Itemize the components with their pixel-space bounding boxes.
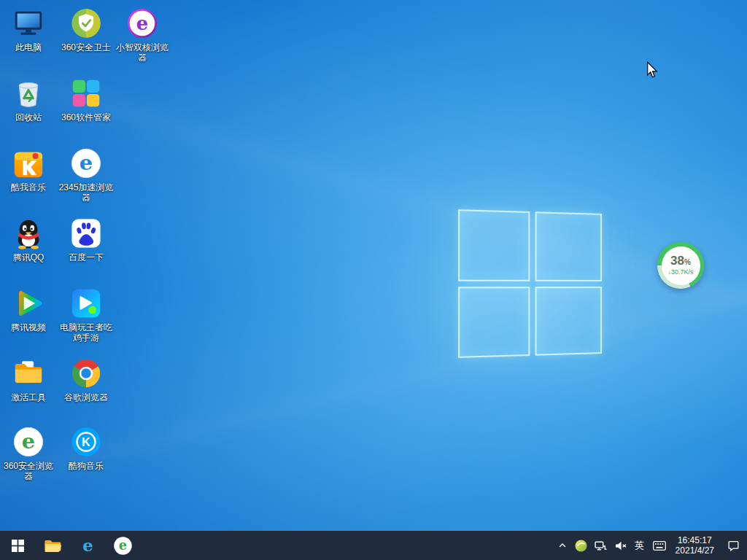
file-explorer-icon [43, 536, 62, 555]
tray-touch-keyboard[interactable] [649, 531, 670, 560]
tray-time: 16:45:17 [678, 535, 712, 545]
svg-text:e: e [22, 429, 35, 454]
desktop-icon-label: 360安全卫士 [58, 42, 115, 52]
tray-360-ball[interactable] [571, 531, 591, 560]
windows-logo-icon [12, 540, 24, 552]
tencent-qq-icon [11, 216, 46, 251]
desktop-icon-mobile-game-emulator[interactable]: 电脑玩王者吃鸡手游 [58, 286, 115, 343]
tray-clock[interactable]: 16:45:17 2021/4/27 [670, 531, 720, 560]
tray-action-center[interactable] [720, 531, 747, 560]
desktop-icon-recycle-bin[interactable]: 回收站 [0, 76, 57, 122]
desktop-icon-label: 腾讯QQ [0, 252, 57, 262]
desktop-icon-tencent-video[interactable]: 腾讯视频 [0, 286, 57, 332]
desktop-icon-label: 电脑玩王者吃鸡手游 [58, 322, 115, 343]
svg-text:e: e [136, 12, 148, 34]
google-chrome-icon [69, 356, 104, 391]
tray-ime-indicator[interactable]: 英 [630, 531, 649, 560]
touch-keyboard-icon [653, 541, 666, 551]
activation-tool-icon [11, 356, 46, 391]
tray-network[interactable] [591, 531, 611, 560]
windows-logo-pane [458, 209, 530, 281]
xiaozhi-dual-core-browser-icon: e [125, 6, 160, 41]
desktop-icon-2345-browser[interactable]: e 2345加速浏览器 [58, 146, 115, 203]
desktop-icon-label: 回收站 [0, 112, 57, 122]
desktop-icon-kugou-music[interactable]: K 酷狗音乐 [58, 424, 115, 471]
360-secure-browser-icon: e [11, 424, 46, 459]
360-software-manager-icon [69, 76, 104, 111]
notification-icon [727, 540, 740, 552]
kuwo-music-icon [11, 146, 46, 181]
svg-text:e: e [82, 536, 93, 555]
desktop-icon-label: 小智双核浏览器 [114, 42, 171, 63]
360-browser-button[interactable]: e [105, 531, 140, 560]
360-ball-icon [575, 540, 587, 552]
desktop-icon-label: 2345加速浏览器 [58, 182, 115, 203]
windows-logo-pane [535, 287, 602, 356]
desktop-icon-label: 360软件管家 [58, 112, 115, 122]
desktop-icon-label: 激活工具 [0, 392, 57, 402]
mobile-game-emulator-icon [69, 286, 104, 321]
desktop-icon-this-pc[interactable]: 此电脑 [0, 6, 57, 52]
desktop-icon-google-chrome[interactable]: 谷歌浏览器 [58, 356, 115, 402]
baidu-search-icon [69, 216, 104, 251]
system-tray: 英 16:45:17 2021/4/27 [554, 531, 747, 560]
desktop-icon-label: 酷我音乐 [0, 182, 57, 192]
windows-logo-pane [458, 287, 530, 358]
edge-browser-icon: e [78, 536, 98, 556]
tray-date: 2021/4/27 [676, 545, 714, 556]
2345-browser-icon: e [69, 146, 104, 181]
desktop-icon-label: 此电脑 [0, 42, 57, 52]
this-pc-icon [11, 6, 46, 41]
desktop-icon-label: 腾讯视频 [0, 322, 57, 332]
desktop-icon-label: 360安全浏览器 [0, 461, 57, 481]
download-speed-text: ↓30.7K/s [667, 268, 693, 276]
svg-text:e: e [80, 150, 93, 175]
desktop-icon-label: 谷歌浏览器 [58, 392, 115, 402]
desktop-icon-label: 酷狗音乐 [58, 461, 115, 471]
chevron-up-icon [557, 540, 568, 551]
tray-show-hidden-icons[interactable] [554, 531, 571, 560]
desktop-icon-activation-tool[interactable]: 激活工具 [0, 356, 57, 402]
kugou-music-icon: K [69, 424, 104, 459]
file-explorer-button[interactable] [35, 531, 70, 560]
tencent-video-icon [11, 286, 46, 321]
desktop-icon-tencent-qq[interactable]: 腾讯QQ [0, 216, 57, 262]
speaker-muted-icon [614, 540, 627, 552]
edge-browser-button[interactable]: e [70, 531, 105, 560]
windows-logo-wallpaper [458, 209, 602, 358]
start-button[interactable] [0, 531, 35, 560]
svg-text:e: e [118, 537, 126, 553]
taskbar: e e [0, 531, 747, 560]
svg-text:K: K [82, 435, 90, 448]
desktop-icon-360-software-manager[interactable]: 360软件管家 [58, 76, 115, 122]
network-icon [595, 540, 607, 552]
desktop-icon-baidu-search[interactable]: 百度一下 [58, 216, 115, 262]
desktop-icon-xiaozhi-dual-core-browser[interactable]: e 小智双核浏览器 [114, 6, 171, 63]
desktop-icon-kuwo-music[interactable]: 酷我音乐 [0, 146, 57, 192]
360-browser-icon: e [113, 536, 133, 556]
tray-volume-muted[interactable] [611, 531, 630, 560]
network-speed-widget-face: 38% ↓30.7K/s [662, 246, 700, 285]
network-speed-widget[interactable]: 38% ↓30.7K/s [657, 242, 704, 289]
recycle-bin-icon [11, 76, 46, 111]
360-safety-guard-icon [69, 6, 104, 41]
desktop-icon-360-safety-guard[interactable]: 360安全卫士 [58, 6, 115, 52]
windows-logo-pane [535, 211, 602, 281]
desktop-icon-360-secure-browser[interactable]: e 360安全浏览器 [0, 424, 57, 481]
memory-usage-percent: 38% [670, 254, 691, 268]
desktop-icon-label: 百度一下 [58, 252, 115, 262]
